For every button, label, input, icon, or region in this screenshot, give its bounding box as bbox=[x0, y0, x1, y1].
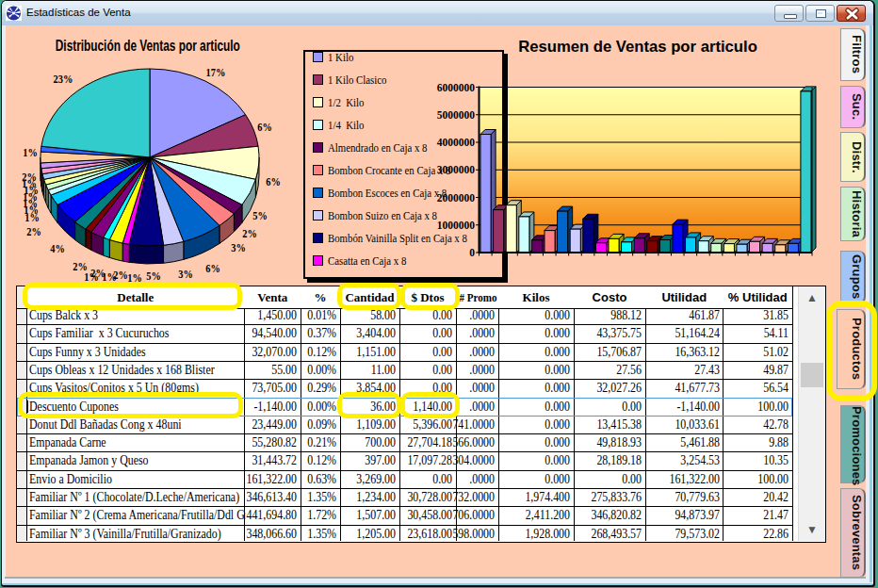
svg-text:4%: 4% bbox=[50, 242, 65, 255]
svg-text:3%: 3% bbox=[231, 241, 246, 254]
svg-text:3000000: 3000000 bbox=[437, 164, 476, 175]
svg-text:2000000: 2000000 bbox=[437, 192, 476, 204]
svg-text:17%: 17% bbox=[206, 66, 226, 79]
svg-text:3%: 3% bbox=[178, 268, 193, 281]
svg-text:0: 0 bbox=[469, 247, 475, 258]
svg-text:5%: 5% bbox=[146, 270, 161, 283]
svg-text:5000000: 5000000 bbox=[437, 109, 476, 121]
svg-text:1000000: 1000000 bbox=[437, 220, 476, 231]
svg-text:2%: 2% bbox=[73, 260, 88, 273]
svg-text:6000000: 6000000 bbox=[437, 82, 476, 93]
svg-text:4000000: 4000000 bbox=[437, 137, 476, 148]
svg-text:2%: 2% bbox=[22, 171, 37, 184]
svg-text:1%: 1% bbox=[23, 146, 38, 159]
svg-text:2%: 2% bbox=[26, 225, 41, 238]
svg-text:5%: 5% bbox=[252, 209, 268, 222]
svg-text:6%: 6% bbox=[266, 175, 281, 188]
svg-text:23%: 23% bbox=[54, 73, 73, 86]
svg-text:6%: 6% bbox=[205, 262, 220, 275]
svg-text:2%: 2% bbox=[242, 227, 257, 240]
svg-text:6%: 6% bbox=[257, 121, 272, 134]
